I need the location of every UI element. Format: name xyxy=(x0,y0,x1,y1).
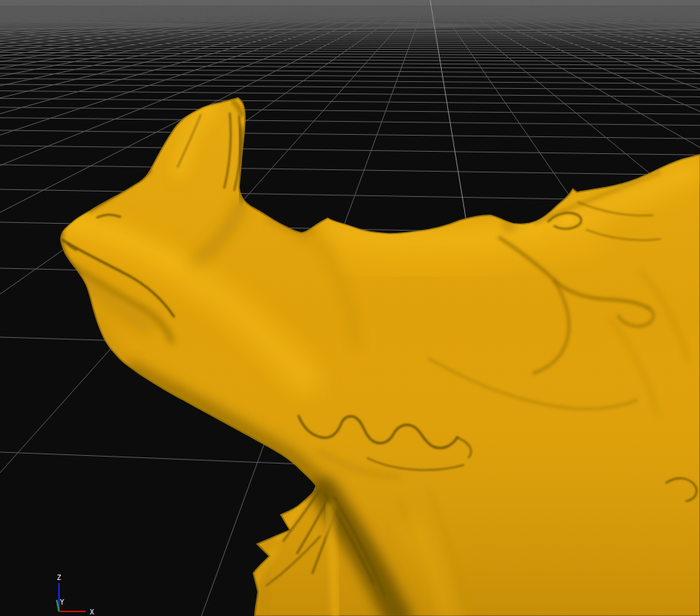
y-axis-label: Y xyxy=(60,598,64,606)
x-axis-label: X xyxy=(90,608,94,616)
3d-viewport[interactable]: Z Y X xyxy=(0,0,700,616)
z-axis-label: Z xyxy=(57,574,61,582)
scene-canvas: Z Y X xyxy=(0,0,700,616)
